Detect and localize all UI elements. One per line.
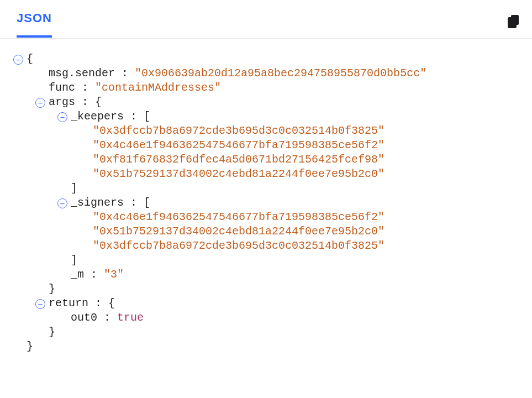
func-row: func : "containMAddresses": [27, 81, 515, 95]
root-close: }: [27, 339, 515, 354]
keepers-item: "0x3dfccb7b8a6972cde3b695d3c0c032514b0f3…: [27, 124, 515, 138]
collapse-icon[interactable]: [35, 98, 45, 108]
return-row: return : {: [27, 296, 515, 311]
args-close: }: [27, 282, 515, 296]
tab-json[interactable]: JSON: [17, 11, 52, 38]
keepers-close: ]: [27, 181, 515, 196]
val-m: "3": [104, 268, 124, 282]
key-keepers: _keepers: [71, 109, 124, 124]
keepers-item: "0x4c46e1f946362547546677bfa719598385ce5…: [27, 138, 515, 153]
collapse-icon[interactable]: [57, 112, 67, 122]
args-row: args : {: [27, 95, 515, 109]
collapse-icon[interactable]: [57, 198, 67, 208]
collapse-icon[interactable]: [35, 299, 45, 309]
signers-close: ]: [27, 253, 515, 268]
signers-item: "0x51b7529137d34002c4ebd81a2244f0ee7e95b…: [27, 224, 515, 239]
key-func: func: [49, 81, 75, 95]
json-tree: { msg.sender : "0x906639ab20d12a95a8bec2…: [0, 39, 532, 354]
root-open: {: [27, 52, 515, 66]
val-msg-sender: "0x906639ab20d12a95a8bec294758955870d0bb…: [135, 66, 426, 81]
signers-row: _signers : [: [27, 196, 515, 210]
collapse-icon[interactable]: [13, 55, 23, 65]
return-close: }: [27, 325, 515, 339]
signers-item: "0x4c46e1f946362547546677bfa719598385ce5…: [27, 210, 515, 224]
key-msg-sender: msg.sender: [49, 66, 115, 81]
keepers-item: "0x51b7529137d34002c4ebd81a2244f0ee7e95b…: [27, 167, 515, 181]
svg-rect-2: [508, 18, 516, 28]
out0-row: out0 : true: [27, 311, 515, 325]
brace-open: {: [27, 52, 33, 66]
m-row: _m : "3": [27, 268, 515, 282]
copy-icon[interactable]: [508, 15, 520, 28]
signers-item: "0x3dfccb7b8a6972cde3b695d3c0c032514b0f3…: [27, 239, 515, 253]
val-func: "containMAddresses": [95, 81, 221, 95]
key-m: _m: [71, 268, 84, 282]
val-out0: true: [117, 311, 144, 325]
key-args: args: [49, 95, 75, 109]
header-bar: JSON: [0, 0, 532, 39]
keepers-row: _keepers : [: [27, 109, 515, 124]
key-out0: out0: [71, 311, 97, 325]
keepers-item: "0xf81f676832f6dfec4a5d0671bd27156425fce…: [27, 153, 515, 167]
msg-sender-row: msg.sender : "0x906639ab20d12a95a8bec294…: [27, 66, 515, 81]
key-signers: _signers: [71, 196, 124, 210]
key-return: return: [49, 296, 88, 311]
